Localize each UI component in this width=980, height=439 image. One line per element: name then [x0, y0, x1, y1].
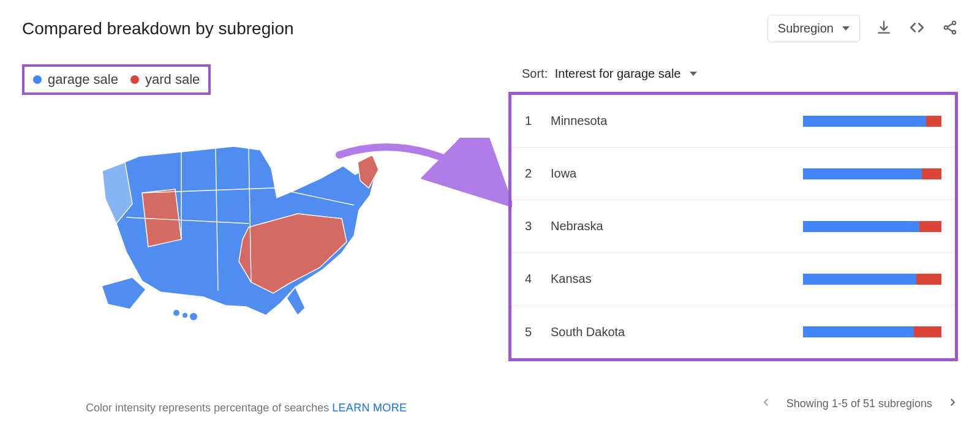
rank: 4 [525, 272, 551, 286]
svg-line-3 [948, 23, 952, 26]
scope-dropdown[interactable]: Subregion [767, 15, 860, 42]
interest-bar [803, 221, 941, 232]
footnote-text: Color intensity represents percentage of… [86, 402, 332, 414]
chevron-left-icon[interactable] [757, 393, 775, 415]
bar-seg-blue [803, 116, 926, 127]
region-name: South Dakota [551, 325, 796, 339]
caret-down-icon [690, 72, 697, 76]
bar-seg-red [914, 326, 941, 337]
legend-item-0: garage sale [33, 72, 118, 88]
legend-label-1: yard sale [145, 72, 200, 88]
region-name: Minnesota [551, 114, 796, 128]
content: garage sale yard sale [0, 42, 980, 383]
bar-cell [796, 221, 941, 232]
pager-text: Showing 1-5 of 51 subregions [786, 397, 932, 410]
chevron-right-icon[interactable] [943, 393, 962, 415]
svg-point-11 [173, 310, 179, 316]
scope-dropdown-label: Subregion [778, 21, 834, 36]
sort-row: Sort: Interest for garage sale [508, 64, 958, 92]
rank: 5 [525, 325, 551, 339]
interest-bar [803, 168, 941, 179]
header-actions: Subregion [767, 15, 958, 42]
pager: Showing 1-5 of 51 subregions [757, 393, 962, 415]
bar-seg-blue [803, 274, 916, 285]
page-title: Compared breakdown by subregion [22, 19, 294, 39]
interest-bar [803, 274, 941, 285]
bar-cell [796, 168, 941, 179]
bar-seg-red [916, 274, 941, 285]
legend-dot-1 [130, 75, 139, 84]
share-icon[interactable] [942, 20, 958, 38]
interest-bar [803, 326, 941, 337]
learn-more-link[interactable]: LEARN MORE [332, 402, 407, 414]
bar-cell [796, 116, 941, 127]
svg-point-12 [183, 313, 187, 318]
sort-value: Interest for garage sale [555, 67, 681, 81]
table-row[interactable]: 4 Kansas [511, 253, 955, 306]
caret-down-icon [842, 26, 850, 31]
right-panel: Sort: Interest for garage sale 1 Minneso… [508, 64, 958, 361]
left-panel: garage sale yard sale [22, 64, 494, 361]
region-name: Kansas [551, 272, 796, 286]
interest-bar [803, 116, 941, 127]
table-row[interactable]: 2 Iowa [511, 148, 955, 200]
legend: garage sale yard sale [22, 64, 211, 95]
svg-point-13 [190, 313, 197, 320]
sort-label: Sort: [522, 67, 548, 80]
rank: 3 [525, 219, 551, 233]
bar-cell [796, 326, 941, 337]
legend-dot-0 [33, 75, 42, 84]
bar-seg-red [922, 168, 941, 179]
table-row[interactable]: 3 Nebraska [511, 200, 955, 253]
bar-seg-blue [803, 221, 919, 232]
embed-icon[interactable] [908, 20, 926, 38]
region-list: 1 Minnesota 2 Iowa [508, 92, 958, 361]
table-row[interactable]: 5 South Dakota [511, 306, 955, 358]
bar-seg-blue [803, 326, 914, 337]
bar-seg-red [926, 116, 941, 127]
bar-seg-blue [803, 168, 922, 179]
region-name: Nebraska [551, 219, 796, 233]
us-map[interactable] [89, 132, 494, 324]
bar-seg-red [919, 221, 941, 232]
rank: 1 [525, 114, 551, 128]
rank: 2 [525, 167, 551, 181]
download-icon[interactable] [876, 20, 892, 38]
sort-dropdown[interactable]: Interest for garage sale [555, 67, 697, 81]
legend-item-1: yard sale [130, 72, 200, 88]
legend-label-0: garage sale [48, 72, 118, 88]
map-footnote: Color intensity represents percentage of… [86, 402, 407, 415]
bar-cell [796, 274, 941, 285]
svg-line-4 [948, 28, 952, 31]
table-row[interactable]: 1 Minnesota [511, 95, 955, 148]
region-name: Iowa [551, 167, 796, 181]
header: Compared breakdown by subregion Subregio… [0, 0, 980, 42]
